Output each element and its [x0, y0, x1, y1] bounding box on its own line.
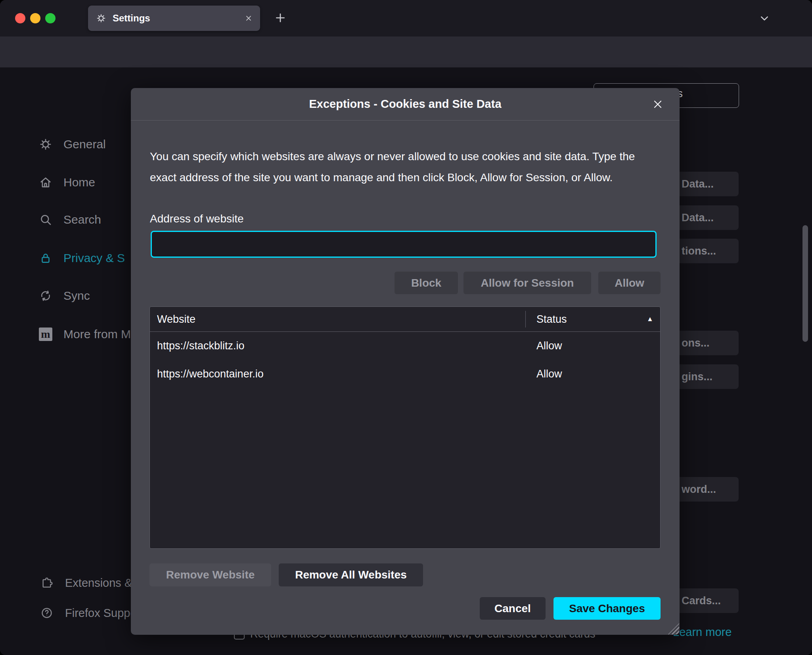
remove-website-button[interactable]: Remove Website	[149, 563, 271, 586]
website-cell: https://webcontainer.io	[157, 360, 264, 388]
column-header-status[interactable]: Status	[536, 307, 567, 331]
search-icon	[39, 213, 52, 226]
remove-all-websites-button[interactable]: Remove All Websites	[279, 563, 423, 586]
address-label: Address of website	[150, 213, 244, 225]
button-label: word...	[682, 483, 716, 496]
home-icon	[39, 176, 52, 189]
sidebar-label: Extensions &	[65, 576, 132, 590]
button-label: Save Changes	[569, 602, 645, 615]
website-cell: https://stackblitz.io	[157, 332, 245, 360]
new-tab-button[interactable]	[274, 11, 287, 25]
sidebar-label: Firefox Suppo	[65, 607, 137, 620]
status-cell: Allow	[536, 332, 562, 360]
sidebar-item-privacy-security[interactable]: Privacy & S	[39, 249, 125, 268]
status-cell: Allow	[536, 360, 562, 388]
sidebar-item-general[interactable]: General	[39, 135, 106, 154]
exceptions-dialog: Exceptions - Cookies and Site Data You c…	[131, 88, 680, 635]
tab-settings[interactable]: Settings	[88, 6, 260, 31]
sidebar-item-home[interactable]: Home	[39, 173, 95, 192]
close-icon	[651, 98, 664, 111]
tab-title: Settings	[113, 13, 244, 24]
traffic-light-close[interactable]	[15, 13, 25, 23]
sidebar-label: Privacy & S	[63, 251, 125, 265]
dialog-header: Exceptions - Cookies and Site Data	[131, 88, 680, 121]
button-label: Remove Website	[166, 569, 255, 581]
table-row[interactable]: https://webcontainer.io Allow	[150, 360, 660, 388]
gear-icon	[96, 13, 106, 23]
sidebar-item-more-from-mozilla[interactable]: m More from M	[39, 325, 131, 344]
sidebar-label: More from M	[63, 328, 131, 341]
help-circle-icon	[40, 607, 53, 619]
exceptions-table: Website Status ▲ https://stackblitz.io A…	[149, 306, 661, 549]
tab-strip: Settings	[0, 0, 812, 36]
table-row[interactable]: https://stackblitz.io Allow	[150, 332, 660, 360]
column-header-website[interactable]: Website	[157, 307, 195, 331]
sync-icon	[39, 289, 52, 303]
button-label: Cards...	[682, 595, 721, 607]
sidebar-item-extensions-themes[interactable]: Extensions &	[40, 574, 132, 592]
dialog-description: You can specify which websites are alway…	[150, 146, 652, 188]
learn-more-link[interactable]: Learn more	[673, 626, 732, 639]
page-scrollbar-thumb[interactable]	[802, 225, 808, 342]
column-divider	[525, 311, 526, 328]
sidebar-label: Home	[63, 176, 95, 189]
lock-icon	[39, 251, 52, 265]
gear-icon	[39, 138, 52, 151]
traffic-light-zoom[interactable]	[45, 13, 56, 23]
settings-page: General Home Search Privacy & S Sync m M…	[0, 67, 812, 655]
sidebar-label: Search	[63, 213, 101, 226]
save-changes-button[interactable]: Save Changes	[553, 597, 661, 620]
tab-list-chevron-icon[interactable]	[758, 12, 771, 25]
block-button[interactable]: Block	[395, 272, 458, 294]
dialog-resize-grip[interactable]	[668, 623, 679, 634]
button-label: Data...	[682, 178, 714, 190]
tab-close-icon[interactable]	[244, 14, 253, 23]
address-input[interactable]	[151, 231, 657, 258]
dialog-close-button[interactable]	[650, 97, 665, 112]
sidebar-item-search[interactable]: Search	[39, 210, 101, 229]
mozilla-m-icon: m	[39, 328, 52, 341]
sidebar-label: General	[63, 138, 106, 151]
button-label: Remove All Websites	[295, 569, 407, 581]
button-label: gins...	[682, 371, 712, 383]
button-label: Cancel	[494, 602, 531, 615]
sort-ascending-icon[interactable]: ▲	[647, 307, 653, 331]
nav-toolbar: Firefox about:preferences#privacy	[0, 36, 812, 67]
browser-window: Settings Firefox about:preferences#priva…	[0, 0, 812, 655]
sidebar-item-firefox-support[interactable]: Firefox Suppo	[40, 604, 137, 622]
allow-for-session-button[interactable]: Allow for Session	[463, 272, 591, 294]
button-label: Allow	[615, 277, 644, 289]
sidebar-item-sync[interactable]: Sync	[39, 286, 90, 305]
puzzle-icon	[40, 576, 53, 589]
button-label: Block	[411, 277, 441, 289]
allow-button[interactable]: Allow	[598, 272, 661, 294]
button-label: tions...	[682, 245, 716, 257]
table-header-row: Website Status ▲	[150, 307, 660, 332]
sidebar-label: Sync	[63, 289, 90, 303]
traffic-light-minimize[interactable]	[30, 13, 40, 23]
cancel-button[interactable]: Cancel	[480, 597, 546, 620]
button-label: ons...	[682, 337, 710, 349]
button-label: Allow for Session	[481, 277, 574, 289]
dialog-title: Exceptions - Cookies and Site Data	[309, 98, 501, 111]
button-label: Data...	[682, 212, 714, 224]
